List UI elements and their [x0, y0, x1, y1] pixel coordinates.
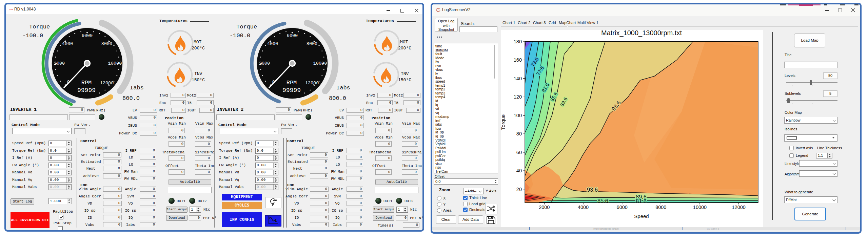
svg-text:40: 40	[516, 168, 522, 173]
svg-text:Speed: Speed	[634, 213, 649, 219]
svg-text:12000: 12000	[732, 205, 746, 210]
svg-text:99999: 99999	[282, 87, 301, 94]
svg-text:20: 20	[516, 187, 522, 192]
svg-text:8000: 8000	[101, 41, 112, 46]
svg-text:4000: 4000	[267, 41, 278, 46]
svg-text:4000: 4000	[62, 41, 73, 46]
svg-text:140: 140	[514, 76, 522, 81]
svg-text:10000: 10000	[108, 61, 122, 66]
svg-text:2000: 2000	[54, 61, 65, 66]
svg-text:180: 180	[514, 39, 522, 44]
svg-text:RPM: RPM	[81, 80, 92, 86]
svg-text:8000: 8000	[307, 41, 317, 46]
svg-text:10000: 10000	[313, 61, 327, 66]
svg-text:80: 80	[516, 131, 522, 136]
svg-text:10000: 10000	[693, 205, 707, 210]
svg-text:60: 60	[516, 150, 522, 155]
svg-text:160: 160	[514, 57, 522, 63]
svg-text:120: 120	[514, 94, 522, 100]
svg-text:8000: 8000	[655, 205, 666, 210]
svg-text:2000: 2000	[539, 205, 550, 210]
svg-text:12000: 12000	[100, 81, 114, 86]
svg-text:6000: 6000	[82, 33, 93, 38]
svg-text:RPM: RPM	[287, 80, 297, 86]
svg-text:93.6: 93.6	[587, 187, 598, 193]
svg-text:6000: 6000	[617, 205, 628, 210]
svg-text:99999: 99999	[77, 87, 96, 94]
svg-text:4000: 4000	[578, 205, 589, 210]
svg-text:2000: 2000	[259, 61, 270, 66]
svg-text:6000: 6000	[287, 33, 298, 38]
svg-text:12000: 12000	[305, 81, 319, 86]
svg-text:Torque: Torque	[501, 114, 506, 130]
svg-text:100: 100	[514, 113, 522, 118]
svg-text:Matrix_1000_13000rpm.txt: Matrix_1000_13000rpm.txt	[601, 30, 682, 37]
